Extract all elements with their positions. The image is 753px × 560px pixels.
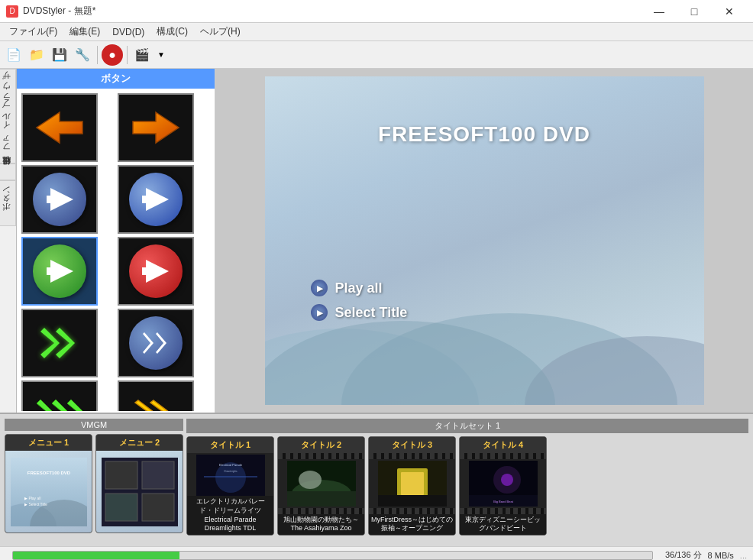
title-1-jp: エレクトリカルパレード・ドリームライツ <box>196 497 265 514</box>
button-green-double-chevron[interactable] <box>21 309 98 377</box>
svg-text:FREESOFT100 DVD: FREESOFT100 DVD <box>27 471 70 475</box>
film-content-3 <box>369 459 455 508</box>
svg-marker-14 <box>150 400 173 412</box>
sidebar-tab-buttons[interactable]: ボタン <box>0 180 16 226</box>
svg-marker-12 <box>67 400 86 411</box>
sidebar-tab-file-browser[interactable]: ファイルブラウザ <box>0 69 16 163</box>
film-strip-top-4 <box>460 453 546 459</box>
vmgm-section: VMGM メニュー 1 FREESOFT100 DVD ▶ Play all ▶… <box>5 419 183 542</box>
film-content-4: Big Band Beat <box>460 459 546 508</box>
button-orange-right[interactable] <box>118 93 194 162</box>
button-yellow-chevron[interactable] <box>118 380 194 411</box>
svg-rect-26 <box>105 461 137 489</box>
menu-1-preview: FREESOFT100 DVD ▶ Play all ▶ Select Titl… <box>5 451 92 532</box>
vertical-tabs: ファイルブラウザ 番組収録 ボタン <box>0 69 17 413</box>
toolbar: 📄 📁 💾 🔧 ● 🎬 ▼ <box>0 41 753 69</box>
toolbar-separator2 <box>127 46 128 64</box>
title-3-label: タイトル 3 <box>369 437 455 453</box>
toolbar-add[interactable]: 🎬 <box>131 44 153 66</box>
film-strip-bottom-4 <box>460 508 546 514</box>
status-progress-text: 36/136 分 <box>665 549 702 560</box>
menu-edit[interactable]: 編集(E) <box>63 24 106 40</box>
close-button[interactable]: ✕ <box>712 0 747 23</box>
menu-file[interactable]: ファイル(F) <box>3 24 63 40</box>
film-strip-bottom-2 <box>278 508 364 514</box>
menu-2-preview <box>96 451 183 532</box>
menu-2-label: メニュー 2 <box>96 435 183 451</box>
toolbar-save[interactable]: 💾 <box>49 44 70 66</box>
film-strip-top-3 <box>369 453 455 459</box>
toolbar-new[interactable]: 📄 <box>3 44 24 66</box>
svg-marker-9 <box>156 332 166 354</box>
title-bar-text: DVDStyler - 無題* <box>23 5 95 18</box>
svg-text:DreamLights: DreamLights <box>224 470 238 473</box>
button-red-circle[interactable] <box>118 237 194 306</box>
title-2-img <box>287 461 356 507</box>
toolbar-dropdown[interactable]: 🎬 ▼ <box>131 44 169 66</box>
titlerset-label: タイトルセット 1 <box>186 419 748 433</box>
button-green-circle[interactable] <box>21 237 98 306</box>
title-4-desc: 東京ディズニーシービッグバンドビート <box>460 514 546 535</box>
toolbar-add-arrow[interactable]: ▼ <box>154 48 169 61</box>
menu-bar: ファイル(F) 編集(E) DVD(D) 構成(C) ヘルプ(H) <box>0 23 753 41</box>
preview-select-icon <box>311 304 328 321</box>
menu-help[interactable]: ヘルプ(H) <box>194 24 247 40</box>
svg-marker-4 <box>47 260 73 283</box>
film-strip-bottom-3 <box>369 508 455 514</box>
title-thumb-2[interactable]: タイトル 2 旭山動物園の動物たち～The Asahiyama Zoo <box>277 436 365 536</box>
button-orange-left[interactable] <box>21 93 98 162</box>
title-bar-controls: — □ ✕ <box>642 0 747 23</box>
title-2-film <box>278 453 364 514</box>
left-panel-scroll[interactable] <box>17 89 215 411</box>
svg-marker-0 <box>37 112 82 143</box>
minimize-button[interactable]: — <box>642 0 677 23</box>
vmgm-menus: メニュー 1 FREESOFT100 DVD ▶ Play all ▶ Sele… <box>5 434 183 533</box>
bottom-panel: VMGM メニュー 1 FREESOFT100 DVD ▶ Play all ▶… <box>0 413 753 546</box>
vmgm-label: VMGM <box>5 419 183 431</box>
title-thumb-3[interactable]: タイトル 3 MyFirstDress～はじめての振袖～オープニング <box>368 436 456 536</box>
svg-text:Big Band Beat: Big Band Beat <box>493 500 513 503</box>
title-1-img: Electrical Parade DreamLights <box>196 455 265 496</box>
button-green-chevrons[interactable] <box>21 380 98 411</box>
title-bar: D DVDStyler - 無題* — □ ✕ <box>0 0 753 23</box>
title-1-label: タイトル 1 <box>187 437 273 453</box>
status-progress-bar <box>13 552 179 559</box>
sidebar-tab-recordings[interactable]: 番組収録 <box>0 163 16 180</box>
title-thumb-1[interactable]: タイトル 1 Electrical Parade DreamLights <box>186 436 274 536</box>
title-2-desc: 旭山動物園の動物たち～The Asahiyama Zoo <box>278 514 364 535</box>
svg-rect-28 <box>105 494 137 521</box>
film-strip-top-2 <box>278 453 364 459</box>
main-area: ファイルブラウザ 番組収録 ボタン ボタン <box>0 69 753 413</box>
menu-dvd[interactable]: DVD(D) <box>106 25 150 39</box>
button-blue-circle-1[interactable] <box>21 165 98 234</box>
title-4-film: Big Band Beat <box>460 453 546 514</box>
app-icon: D <box>6 5 18 18</box>
toolbar-separator <box>97 46 98 64</box>
button-blue-double-circle[interactable] <box>118 309 194 377</box>
menu-1-svg: FREESOFT100 DVD ▶ Play all ▶ Select Titl… <box>11 458 87 526</box>
title-3-film <box>369 453 455 514</box>
svg-marker-3 <box>142 188 169 211</box>
svg-text:Electrical Parade: Electrical Parade <box>218 463 242 467</box>
title-thumb-4[interactable]: タイトル 4 Big Band Beat 東京ディズニーシー <box>459 436 547 536</box>
left-panel-header: ボタン <box>17 69 215 89</box>
menu-thumb-2[interactable]: メニュー 2 <box>95 434 183 533</box>
preview-canvas: FREESOFT100 DVD Play all Select Title <box>265 76 704 405</box>
svg-rect-42 <box>378 495 447 507</box>
title-3-img <box>378 461 447 507</box>
title-4-label: タイトル 4 <box>460 437 546 453</box>
maximize-button[interactable]: □ <box>677 0 712 23</box>
svg-marker-5 <box>142 260 169 283</box>
status-progress-bar-container <box>12 551 653 560</box>
button-blue-circle-2[interactable] <box>118 165 194 234</box>
menu-1-label: メニュー 1 <box>5 435 92 451</box>
toolbar-settings[interactable]: 🔧 <box>72 44 93 66</box>
menu-config[interactable]: 構成(C) <box>150 24 194 40</box>
toolbar-burn[interactable]: ● <box>102 44 123 66</box>
toolbar-open[interactable]: 📁 <box>26 44 47 66</box>
menu-thumb-1[interactable]: メニュー 1 FREESOFT100 DVD ▶ Play all ▶ Sele… <box>5 434 92 533</box>
title-1-desc: エレクトリカルパレード・ドリームライツ Electrical Parade Dr… <box>187 496 273 535</box>
svg-rect-34 <box>204 476 257 477</box>
title-bar-left: D DVDStyler - 無題* <box>6 5 95 18</box>
status-dots: ... <box>740 551 747 560</box>
